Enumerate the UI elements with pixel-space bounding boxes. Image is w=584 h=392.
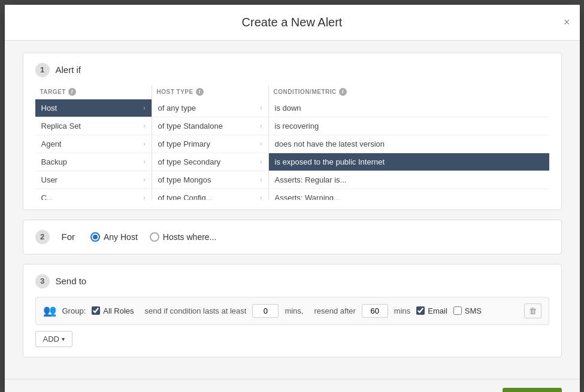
list-item[interactable]: Replica Set› <box>35 117 152 135</box>
list-item[interactable]: Agent› <box>35 135 152 153</box>
target-list: Host› Replica Set› Agent› Backup› User› … <box>35 99 152 200</box>
send-to-content: 👥 Group: All Roles send if condition las… <box>35 297 549 347</box>
step-3-badge: 3 <box>35 274 50 288</box>
list-item[interactable]: Host› <box>35 99 152 117</box>
step-2-badge: 2 <box>35 230 50 244</box>
sms-checkbox-wrap[interactable]: SMS <box>453 306 482 315</box>
for-section: 2 For Any Host Hosts where... <box>23 220 562 254</box>
alert-if-columns: TARGET i Host› Replica Set› Agent› Backu… <box>35 86 549 200</box>
list-item[interactable]: Asserts: Warning... <box>269 189 549 200</box>
add-caret-icon: ▾ <box>62 336 65 342</box>
target-col-header: TARGET i <box>35 86 152 99</box>
mins-label-1: mins, <box>285 306 303 315</box>
resend-label: resend after <box>314 306 355 315</box>
list-item[interactable]: of type Mongos› <box>152 171 268 189</box>
alert-if-header: 1 Alert if <box>35 63 549 77</box>
list-item[interactable]: of any type› <box>152 99 268 117</box>
any-host-radio[interactable] <box>90 232 100 242</box>
all-roles-checkbox[interactable] <box>92 306 100 315</box>
hosts-where-label: Hosts where... <box>163 232 216 242</box>
mins-label-2: mins <box>394 306 410 315</box>
email-label: Email <box>428 306 447 315</box>
for-inner: 2 For Any Host Hosts where... <box>35 230 549 244</box>
for-label: For <box>62 232 75 242</box>
close-button[interactable]: × <box>564 17 570 28</box>
sms-label: SMS <box>465 306 482 315</box>
condition-list: is down is recovering does not have the … <box>269 99 549 200</box>
save-button[interactable]: SAVE <box>503 388 561 393</box>
list-item[interactable]: of type Config...› <box>152 189 268 200</box>
email-checkbox[interactable] <box>416 306 425 315</box>
add-button[interactable]: ADD ▾ <box>35 331 72 347</box>
modal: Create a New Alert × 1 Alert if TARGET i <box>5 5 580 388</box>
condition-mins-input[interactable] <box>252 304 279 318</box>
hosts-where-radio[interactable] <box>150 232 159 242</box>
group-icon: 👥 <box>43 304 56 317</box>
list-item[interactable]: of type Secondary› <box>152 153 268 171</box>
list-item[interactable]: is recovering <box>269 117 549 135</box>
host-type-col-header: HOST TYPE i <box>152 86 268 99</box>
host-type-list: of any type› of type Standalone› of type… <box>152 99 268 200</box>
all-roles-label: All Roles <box>103 306 134 315</box>
list-item[interactable]: does not have the latest version <box>269 135 549 153</box>
delete-row-button[interactable]: 🗑 <box>524 303 541 318</box>
modal-body: 1 Alert if TARGET i Host› Replica Set› A… <box>5 41 580 379</box>
resend-mins-input[interactable] <box>362 304 388 318</box>
alert-if-label: Alert if <box>56 65 81 75</box>
email-checkbox-wrap[interactable]: Email <box>416 306 447 315</box>
target-info-icon: i <box>68 88 76 96</box>
hosts-where-option[interactable]: Hosts where... <box>150 232 216 242</box>
condition-col-header: CONDITION/METRIC i <box>269 86 549 99</box>
modal-title: Create a New Alert <box>17 16 568 29</box>
list-item[interactable]: of type Standalone› <box>152 117 268 135</box>
send-to-section: 3 Send to 👥 Group: All Roles send if con… <box>23 264 562 357</box>
host-type-info-icon: i <box>196 88 204 96</box>
list-item[interactable]: User› <box>35 171 152 189</box>
modal-footer: SAVE <box>5 379 580 393</box>
list-item[interactable]: Asserts: Regular is... <box>269 171 549 189</box>
list-item[interactable]: is exposed to the public Internet <box>269 153 549 171</box>
condition-column: CONDITION/METRIC i is down is recovering… <box>269 86 549 200</box>
send-row: 👥 Group: All Roles send if condition las… <box>35 297 549 325</box>
step-1-badge: 1 <box>35 63 50 77</box>
list-item[interactable]: of type Primary› <box>152 135 268 153</box>
send-to-header: 3 Send to <box>35 274 549 288</box>
all-roles-checkbox-wrap[interactable]: All Roles <box>92 306 134 315</box>
list-item[interactable]: C...› <box>35 189 152 200</box>
alert-if-section: 1 Alert if TARGET i Host› Replica Set› A… <box>23 53 562 210</box>
host-type-column: HOST TYPE i of any type› of type Standal… <box>152 86 269 200</box>
condition-prefix: send if condition lasts at least <box>145 306 247 315</box>
sms-checkbox[interactable] <box>453 306 462 315</box>
group-label: Group: <box>62 306 86 315</box>
any-host-option[interactable]: Any Host <box>90 232 138 242</box>
send-to-label: Send to <box>56 276 87 286</box>
list-item[interactable]: is down <box>269 99 549 117</box>
condition-info-icon: i <box>339 88 347 96</box>
modal-overlay: Create a New Alert × 1 Alert if TARGET i <box>0 0 584 392</box>
list-item[interactable]: Backup› <box>35 153 152 171</box>
any-host-label: Any Host <box>104 232 138 242</box>
modal-header: Create a New Alert × <box>5 5 580 41</box>
target-column: TARGET i Host› Replica Set› Agent› Backu… <box>35 86 152 200</box>
